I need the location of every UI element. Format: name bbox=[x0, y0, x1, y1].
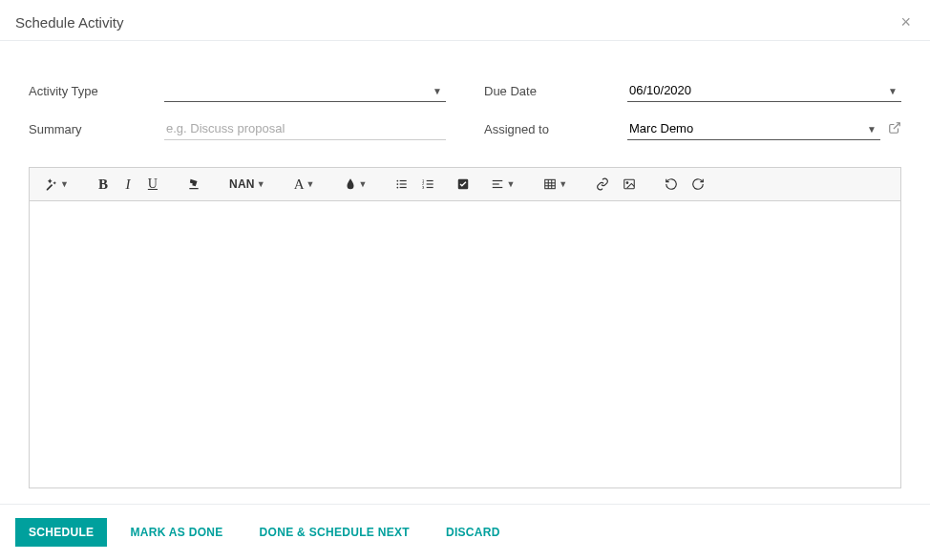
editor-toolbar: ▼ B I U NAN ▼ A ▼ bbox=[30, 168, 900, 201]
close-button[interactable]: × bbox=[897, 13, 915, 31]
caret-down-icon: ▼ bbox=[559, 179, 567, 189]
caret-down-icon: ▼ bbox=[359, 179, 368, 189]
activity-type-row: Activity Type ▼ bbox=[29, 79, 446, 102]
activity-type-field: ▼ bbox=[164, 79, 446, 102]
caret-down-icon: ▼ bbox=[306, 179, 315, 189]
svg-point-2 bbox=[397, 183, 399, 185]
caret-down-icon: ▼ bbox=[60, 179, 69, 189]
due-date-label: Due Date bbox=[484, 84, 627, 98]
checklist-button[interactable] bbox=[451, 172, 476, 197]
rich-text-editor: ▼ B I U NAN ▼ A ▼ bbox=[29, 167, 901, 488]
svg-rect-15 bbox=[493, 183, 499, 184]
clear-format-button[interactable] bbox=[181, 172, 206, 197]
redo-button[interactable] bbox=[686, 172, 710, 197]
activity-type-label: Activity Type bbox=[29, 84, 164, 98]
svg-rect-5 bbox=[400, 183, 407, 184]
summary-field bbox=[164, 117, 446, 140]
underline-button[interactable]: U bbox=[141, 172, 164, 197]
form-grid: Activity Type ▼ Due Date ▼ Summary bbox=[29, 79, 901, 140]
caret-down-icon: ▼ bbox=[506, 179, 515, 189]
svg-rect-6 bbox=[400, 187, 407, 188]
font-family-button[interactable]: A ▼ bbox=[288, 172, 321, 197]
modal-body: Activity Type ▼ Due Date ▼ Summary bbox=[0, 41, 930, 493]
text-color-button[interactable]: ▼ bbox=[338, 172, 373, 197]
svg-rect-10 bbox=[427, 180, 433, 181]
svg-line-0 bbox=[894, 122, 899, 128]
done-schedule-next-button[interactable]: Done & Schedule Next bbox=[246, 518, 423, 547]
mark-as-done-button[interactable]: Mark as Done bbox=[116, 518, 236, 547]
modal-footer: Schedule Mark as Done Done & Schedule Ne… bbox=[0, 504, 930, 560]
svg-rect-22 bbox=[624, 179, 635, 188]
link-button[interactable] bbox=[590, 172, 615, 197]
svg-rect-14 bbox=[493, 180, 503, 181]
italic-button[interactable]: I bbox=[116, 172, 139, 197]
svg-rect-12 bbox=[427, 187, 433, 188]
magic-wand-button[interactable]: ▼ bbox=[39, 172, 74, 197]
assigned-to-label: Assigned to bbox=[484, 122, 627, 136]
summary-input[interactable] bbox=[164, 117, 446, 140]
discard-button[interactable]: Discard bbox=[433, 518, 514, 547]
assigned-to-input[interactable] bbox=[627, 117, 880, 140]
summary-label: Summary bbox=[29, 122, 164, 136]
svg-text:3: 3 bbox=[422, 185, 425, 190]
ordered-list-button[interactable]: 123 bbox=[416, 172, 441, 197]
svg-rect-4 bbox=[400, 180, 407, 181]
external-link-icon[interactable] bbox=[888, 121, 901, 137]
summary-row: Summary bbox=[29, 117, 446, 140]
svg-point-23 bbox=[626, 182, 628, 184]
unordered-list-button[interactable] bbox=[390, 172, 414, 197]
editor-content-area[interactable] bbox=[30, 201, 900, 487]
align-button[interactable]: ▼ bbox=[485, 172, 520, 197]
modal-title: Schedule Activity bbox=[15, 14, 123, 31]
due-date-input[interactable] bbox=[627, 79, 901, 102]
table-button[interactable]: ▼ bbox=[538, 172, 573, 197]
assigned-to-field: ▼ bbox=[627, 117, 880, 140]
svg-rect-17 bbox=[545, 179, 556, 188]
modal-header: Schedule Activity × bbox=[0, 0, 930, 41]
image-button[interactable] bbox=[617, 172, 642, 197]
svg-point-3 bbox=[397, 187, 399, 189]
svg-point-1 bbox=[397, 180, 399, 182]
undo-button[interactable] bbox=[659, 172, 684, 197]
font-size-button[interactable]: NAN ▼ bbox=[223, 172, 271, 197]
schedule-button[interactable]: Schedule bbox=[15, 518, 107, 547]
due-date-row: Due Date ▼ bbox=[484, 79, 901, 102]
svg-rect-11 bbox=[427, 183, 433, 184]
modal-body-scroll[interactable]: Activity Type ▼ Due Date ▼ Summary bbox=[0, 41, 930, 493]
svg-rect-16 bbox=[493, 187, 503, 188]
activity-type-input[interactable] bbox=[164, 79, 446, 102]
assigned-to-row: Assigned to ▼ bbox=[484, 117, 901, 140]
bold-button[interactable]: B bbox=[92, 172, 115, 197]
due-date-field: ▼ bbox=[627, 79, 901, 102]
caret-down-icon: ▼ bbox=[257, 179, 265, 189]
